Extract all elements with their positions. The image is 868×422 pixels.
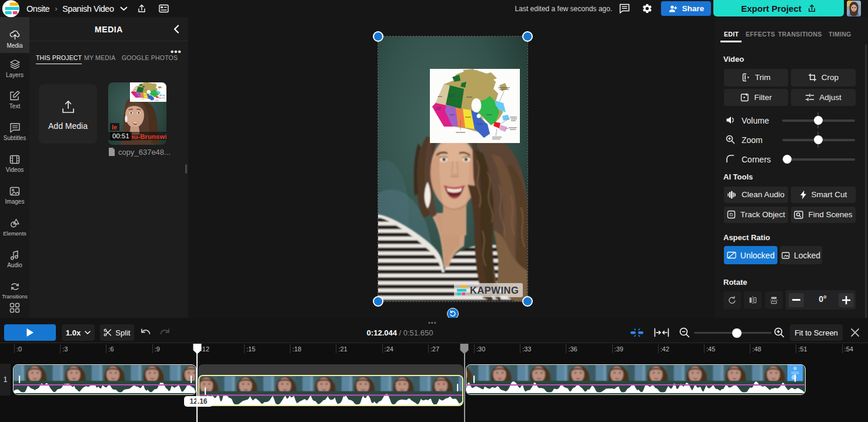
svg-text:le: le [112, 124, 117, 131]
svg-text:KAPWING: KAPWING [470, 285, 519, 295]
svg-text:au-Brunswi: au-Brunswi [130, 133, 166, 140]
